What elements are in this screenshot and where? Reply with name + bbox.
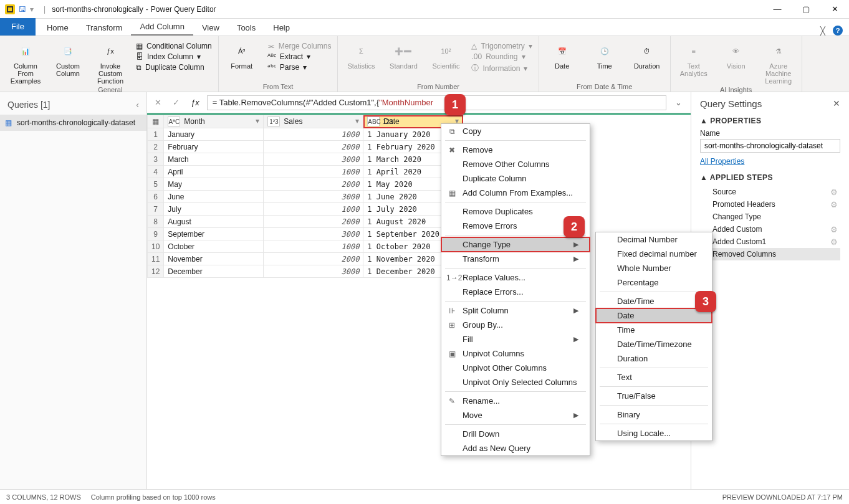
expand-formula-icon[interactable]: ⌄ — [670, 98, 687, 107]
menu-item[interactable]: ⊞Group By... — [441, 318, 590, 332]
type-option[interactable]: Using Locale... — [596, 426, 712, 440]
text-analytics-button[interactable]: ≡Text Analytics — [676, 39, 712, 77]
gear-icon[interactable]: ⚙ — [830, 225, 838, 234]
query-item[interactable]: ▦ sort-months-chronologically-dataset — [0, 115, 146, 131]
table-row[interactable]: 10October10001 October 2020 — [148, 240, 463, 253]
statistics-button[interactable]: ΣStatistics — [343, 39, 379, 70]
menu-item[interactable]: ⧉Copy — [441, 124, 590, 138]
type-option[interactable]: Binary — [596, 407, 712, 422]
applied-step[interactable]: Removed Columns — [700, 248, 840, 260]
type-option[interactable]: Decimal Number — [596, 232, 712, 247]
parse-button[interactable]: ᵃᵇᶜ Parse ▾ — [266, 62, 333, 72]
invoke-custom-function-button[interactable]: ƒx Invoke Custom Function — [92, 39, 128, 85]
save-icon[interactable]: 🖫 — [19, 5, 26, 14]
duration-button[interactable]: ⏱Duration — [629, 39, 665, 70]
time-button[interactable]: 🕒Time — [587, 39, 623, 70]
type-option[interactable]: Date — [596, 308, 712, 323]
maximize-button[interactable]: ▢ — [792, 0, 820, 19]
azure-ml-button[interactable]: ⚗Azure Machine Learning — [760, 39, 797, 85]
all-properties-link[interactable]: All Properties — [700, 157, 744, 166]
menu-item[interactable]: ⊪Split Column▶ — [441, 303, 590, 318]
table-row[interactable]: 9September30001 September 2020 — [148, 228, 463, 240]
menu-item[interactable]: Drill Down — [441, 427, 590, 441]
conditional-column-button[interactable]: ▦ Conditional Column — [135, 41, 213, 51]
formula-input[interactable]: = Table.RemoveColumns(#"Added Custom1",{… — [207, 95, 666, 110]
data-grid[interactable]: ▦AᴮCMonth▾1²3Sales▾ABC 123Date▾1January1… — [147, 115, 463, 278]
menu-item[interactable]: 1→2Replace Values... — [441, 270, 590, 285]
standard-button[interactable]: ➕➖Standard — [385, 39, 421, 70]
type-option[interactable]: Whole Number — [596, 261, 712, 275]
menu-item[interactable]: Remove Other Columns — [441, 157, 590, 171]
table-row[interactable]: 6June30001 June 2020 — [148, 191, 463, 203]
applied-step[interactable]: Changed Type — [700, 211, 840, 223]
tab-view[interactable]: View — [193, 19, 228, 36]
menu-item[interactable]: Unpivot Other Columns — [441, 361, 590, 375]
help-icon[interactable]: ? — [833, 26, 843, 36]
menu-item[interactable]: Replace Errors... — [441, 285, 590, 299]
collapse-queries-icon[interactable]: ‹ — [136, 100, 139, 110]
table-row[interactable]: 2February20001 February 2020 — [148, 141, 463, 153]
menu-item[interactable]: Duplicate Column — [441, 171, 590, 186]
index-column-button[interactable]: 🗄 Index Column ▾ — [135, 52, 213, 62]
menu-item[interactable]: ▣Unpivot Columns — [441, 346, 590, 361]
duplicate-column-button[interactable]: ⧉ Duplicate Column — [135, 62, 213, 72]
close-button[interactable]: ✕ — [820, 0, 849, 19]
information-button[interactable]: ⓘ Information ▾ — [470, 62, 533, 74]
menu-item[interactable]: ▦Add Column From Examples... — [441, 186, 590, 200]
grid-corner[interactable]: ▦ — [148, 115, 164, 128]
rounding-button[interactable]: .00 Rounding ▾ — [470, 52, 533, 62]
change-type-submenu[interactable]: Decimal NumberFixed decimal numberWhole … — [595, 232, 712, 441]
custom-column-button[interactable]: 📑 Custom Column — [50, 39, 86, 77]
trigonometry-button[interactable]: △ Trigonometry ▾ — [470, 41, 533, 51]
menu-item[interactable]: Add as New Query — [441, 441, 590, 455]
extract-button[interactable]: ᴬᴮᶜ Extract ▾ — [266, 52, 333, 62]
table-row[interactable]: 11November20001 November 2020 — [148, 253, 463, 265]
column-header-month[interactable]: AᴮCMonth▾ — [164, 115, 264, 128]
applied-step[interactable]: Promoted Headers⚙ — [700, 198, 840, 211]
tab-home[interactable]: Home — [38, 19, 77, 36]
minimize-button[interactable]: — — [763, 0, 792, 19]
table-row[interactable]: 5May20001 May 2020 — [148, 178, 463, 191]
table-row[interactable]: 8August20001 August 2020 — [148, 216, 463, 228]
gear-icon[interactable]: ⚙ — [830, 237, 838, 247]
type-option[interactable]: Text — [596, 370, 712, 384]
menu-item[interactable]: ✖Remove — [441, 143, 590, 157]
menu-item[interactable]: Unpivot Only Selected Columns — [441, 375, 590, 389]
fx-icon[interactable]: ƒx — [187, 98, 203, 107]
table-row[interactable]: 3March30001 March 2020 — [148, 153, 463, 166]
menu-item[interactable]: Move▶ — [441, 408, 590, 422]
tab-tools[interactable]: Tools — [228, 19, 264, 36]
menu-item[interactable]: Transform▶ — [441, 252, 590, 266]
table-row[interactable]: 4April10001 April 2020 — [148, 166, 463, 178]
type-option[interactable]: Time — [596, 323, 712, 337]
type-option[interactable]: Percentage — [596, 275, 712, 290]
tab-transform[interactable]: Transform — [77, 19, 132, 36]
applied-step[interactable]: Added Custom1⚙ — [700, 235, 840, 248]
menu-item[interactable]: Change Type▶ — [441, 237, 590, 252]
tab-add-column[interactable]: Add Column — [131, 18, 193, 36]
tab-file[interactable]: File — [0, 18, 36, 36]
column-header-sales[interactable]: 1²3Sales▾ — [264, 115, 363, 128]
date-button[interactable]: 📅Date — [544, 39, 580, 70]
table-row[interactable]: 1January10001 January 2020 — [148, 128, 463, 141]
collapse-ribbon-icon[interactable]: ╳ — [820, 26, 825, 36]
scientific-button[interactable]: 10²Scientific — [428, 39, 464, 70]
accept-formula-icon[interactable]: ✓ — [169, 98, 183, 107]
gear-icon[interactable]: ⚙ — [830, 200, 838, 209]
type-option[interactable]: True/False — [596, 389, 712, 403]
type-option[interactable]: Date/Time/Timezone — [596, 337, 712, 351]
applied-step[interactable]: Added Custom⚙ — [700, 223, 840, 235]
applied-step[interactable]: Source⚙ — [700, 186, 840, 198]
close-settings-icon[interactable]: ✕ — [833, 98, 840, 108]
menu-item[interactable]: Fill▶ — [441, 332, 590, 346]
cancel-formula-icon[interactable]: ✕ — [151, 98, 165, 107]
menu-item[interactable]: ✎Rename... — [441, 394, 590, 408]
format-button[interactable]: Áᵅ Format — [224, 39, 260, 70]
type-option[interactable]: Duration — [596, 351, 712, 366]
tab-help[interactable]: Help — [264, 19, 299, 36]
column-context-menu[interactable]: ⧉Copy✖RemoveRemove Other ColumnsDuplicat… — [441, 123, 590, 456]
gear-icon[interactable]: ⚙ — [830, 188, 838, 197]
merge-columns-button[interactable]: ⫘ Merge Columns — [266, 41, 333, 51]
table-row[interactable]: 7July10001 July 2020 — [148, 203, 463, 216]
column-from-examples-button[interactable]: 📊 Column From Examples — [7, 39, 44, 85]
